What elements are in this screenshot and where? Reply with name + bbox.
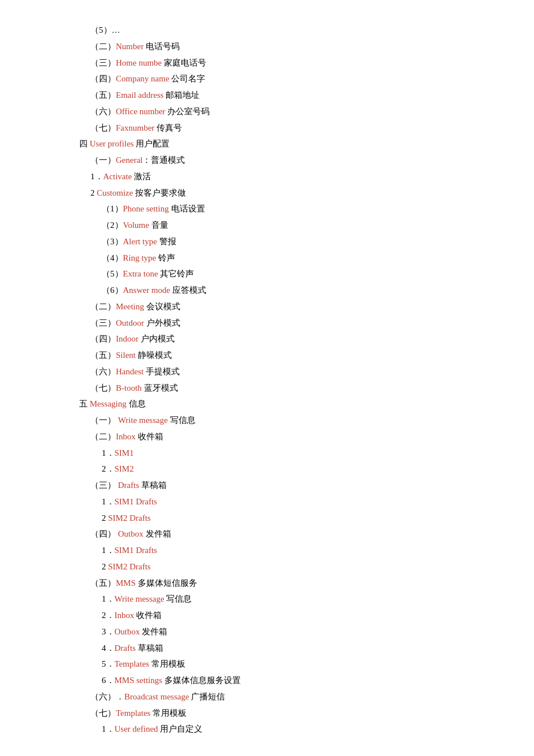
chinese-text: 5．: [102, 659, 115, 668]
chinese-text: 音量: [149, 221, 168, 230]
chinese-text: 草稿箱: [136, 643, 163, 653]
list-item: 6．MMS settings 多媒体信息服务设置: [79, 673, 455, 689]
chinese-text: 电话设置: [169, 204, 205, 213]
chinese-text: （一）: [90, 416, 116, 425]
english-text: Handest: [116, 367, 144, 376]
chinese-text: 常用模板: [149, 659, 185, 668]
list-item: （二）Meeting 会议模式: [79, 299, 455, 315]
chinese-text: 常用模板: [150, 709, 186, 718]
chinese-text: （1）: [102, 204, 123, 213]
english-text: Drafts: [115, 643, 136, 653]
chinese-text: 会议模式: [144, 302, 180, 311]
list-item: 1．Write message 写信息: [79, 591, 455, 607]
chinese-text: （四）: [90, 74, 116, 83]
chinese-text: （5）: [102, 269, 123, 278]
chinese-text: 公司名字: [170, 74, 206, 83]
chinese-text: （二）: [90, 42, 116, 51]
chinese-text: （六）．: [90, 692, 124, 701]
chinese-text: 1．: [102, 724, 115, 733]
chinese-text: （6）: [102, 286, 123, 295]
english-text: Outbox: [115, 627, 140, 636]
chinese-text: 信息: [127, 399, 146, 408]
english-text: Templates: [115, 659, 149, 668]
list-item: （一）General：普通模式: [79, 153, 455, 169]
english-text: Inbox: [115, 611, 134, 620]
chinese-text: 2．: [102, 464, 115, 473]
chinese-text: 发件箱: [140, 627, 168, 636]
chinese-text: 静噪模式: [136, 351, 172, 360]
list-item: （五）Email address 邮箱地址: [79, 88, 455, 103]
english-text: Ring type: [123, 253, 157, 262]
english-text: User defined: [115, 724, 158, 733]
list-item: 2．Inbox 收件箱: [79, 608, 455, 624]
chinese-text: 办公室号码: [166, 107, 210, 116]
chinese-text: 草稿箱: [139, 481, 167, 490]
english-text: MMS: [116, 578, 136, 587]
chinese-text: 其它铃声: [158, 269, 194, 278]
chinese-text: （二）: [90, 302, 116, 311]
list-item: （五）Silent 静噪模式: [79, 348, 455, 364]
list-item: （2）Volume 音量: [79, 218, 455, 234]
english-text: Write message: [116, 416, 168, 425]
chinese-text: 1．: [102, 497, 115, 506]
english-text: Number: [116, 42, 144, 51]
english-text: SIM2 Drafts: [108, 562, 150, 571]
chinese-text: 按客户要求做: [133, 188, 186, 197]
list-item: 2．SIM2: [79, 461, 455, 477]
chinese-text: （三）: [90, 481, 116, 490]
chinese-text: （一）: [90, 155, 116, 165]
chinese-text: 四: [79, 139, 90, 148]
list-item: 2 Customize 按客户要求做: [79, 185, 455, 201]
list-item: （三） Drafts 草稿箱: [79, 478, 455, 494]
chinese-text: （4）: [102, 253, 123, 262]
english-text: Volume: [123, 221, 149, 230]
list-item: （六）．Broadcast message 广播短信: [79, 689, 455, 705]
chinese-text: 手提模式: [144, 367, 180, 376]
list-item: （4）Ring type 铃声: [79, 250, 455, 266]
chinese-text: 4．: [102, 643, 115, 653]
chinese-text: 写信息: [164, 594, 192, 603]
chinese-text: 2: [102, 513, 108, 522]
english-text: Activate: [103, 172, 132, 181]
english-text: Silent: [116, 351, 136, 360]
chinese-text: 警报: [157, 237, 176, 246]
list-item: 1．SIM1 Drafts: [79, 543, 455, 559]
chinese-text: （七）: [90, 383, 116, 392]
chinese-text: 6．: [102, 676, 115, 685]
list-item: （6）Answer mode 应答模式: [79, 283, 455, 299]
english-text: Drafts: [116, 481, 139, 490]
english-text: User profiles: [90, 139, 134, 148]
chinese-text: 2: [102, 562, 108, 571]
english-text: Extra tone: [123, 269, 158, 278]
english-text: Indoor: [116, 334, 138, 343]
chinese-text: 1．: [90, 172, 103, 181]
chinese-text: 蓝牙模式: [142, 383, 178, 392]
chinese-text: 户内模式: [138, 334, 175, 343]
list-item: 五 Messaging 信息: [79, 396, 455, 412]
chinese-text: 多媒体短信服务: [136, 578, 197, 587]
list-item: （三）Outdoor 户外模式: [79, 316, 455, 331]
chinese-text: （二）: [90, 432, 116, 441]
chinese-text: 发件箱: [144, 529, 171, 538]
english-text: MMS settings: [115, 676, 163, 685]
english-text: SIM2 Drafts: [108, 513, 150, 522]
list-item: （四）Company name 公司名字: [79, 71, 455, 87]
chinese-text: 五: [79, 399, 90, 408]
chinese-text: （七）: [90, 709, 116, 718]
chinese-text: …: [112, 25, 120, 34]
chinese-text: 广播短信: [189, 692, 225, 701]
english-text: Company name: [116, 74, 170, 83]
chinese-text: 家庭电话号: [162, 58, 206, 67]
chinese-text: ：普通模式: [142, 155, 185, 165]
chinese-text: 铃声: [156, 253, 175, 262]
list-item: （六）Handest 手提模式: [79, 364, 455, 380]
chinese-text: （五）: [90, 351, 116, 360]
english-text: Answer mode: [123, 286, 171, 295]
list-item: （1）Phone setting 电话设置: [79, 201, 455, 217]
list-item: （七）B-tooth 蓝牙模式: [79, 381, 455, 396]
list-item: （七）Templates 常用模板: [79, 706, 455, 722]
chinese-text: （四）: [90, 334, 116, 343]
list-item: 2 SIM2 Drafts: [79, 511, 455, 526]
chinese-text: （六）: [90, 107, 116, 116]
chinese-text: （七）: [90, 123, 116, 132]
